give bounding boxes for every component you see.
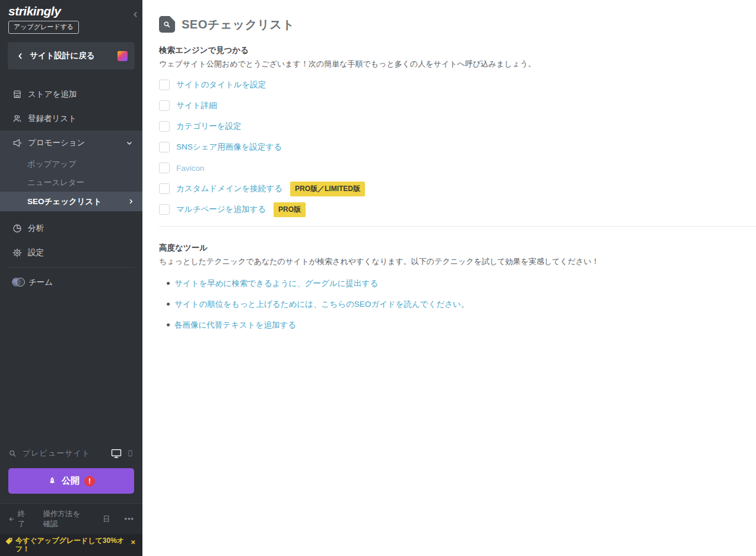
chevron-right-icon: [128, 198, 134, 205]
gear-icon: [12, 247, 23, 258]
checklist-row: サイト詳細: [159, 100, 756, 111]
sidebar-item-subscriber-list[interactable]: 登録者リスト: [0, 106, 142, 131]
publish-button[interactable]: 公開 !: [8, 468, 134, 494]
section-description: ウェブサイト公開おめでとうございます！次の簡単な手順でもっと多くの人をサイトへ呼…: [159, 59, 756, 69]
sidebar-item-seo-checklist[interactable]: SEOチェックリスト: [0, 192, 142, 211]
close-icon[interactable]: ×: [131, 539, 135, 545]
pro-limited-badge: PRO版／LIMITED版: [290, 182, 365, 196]
link-site-details[interactable]: サイト詳細: [176, 100, 217, 111]
arrow-left-icon: [8, 516, 15, 523]
more-options-button[interactable]: •••: [125, 515, 134, 523]
section-heading-advanced: 高度なツール: [159, 243, 756, 253]
chevron-left-icon: [17, 52, 24, 60]
pro-badge: PRO版: [274, 202, 306, 217]
sidebar-item-label: チーム: [28, 277, 53, 288]
checklist-row: SNSシェア用画像を設定する: [159, 142, 756, 152]
rocket-icon: [47, 476, 57, 486]
bullet-icon: [167, 282, 170, 285]
advanced-tips-list: サイトを早めに検索できるように、グーグルに提出する サイトの順位をもっと上げるた…: [159, 278, 756, 330]
checkbox-site-details[interactable]: [159, 100, 170, 111]
publish-label: 公開: [62, 475, 80, 487]
promotion-group: プロモーション ポップアップ ニュースレター SEOチェックリスト: [0, 131, 142, 211]
price-tag-icon: [5, 537, 13, 553]
seo-checklist: サイトのタイトルを設定 サイト詳細 カテゴリーを設定 SNSシェア用画像を設定す…: [159, 80, 756, 215]
sub-item-label: ポップアップ: [27, 159, 77, 170]
link-set-site-title[interactable]: サイトのタイトルを設定: [176, 80, 266, 90]
sidebar-divider: [7, 267, 135, 268]
sidebar-item-label: 設定: [28, 247, 44, 258]
desktop-preview-icon[interactable]: [110, 447, 123, 459]
link-seo-guide[interactable]: サイトの順位をもっと上げるためには、こちらのSEOガイドを読んでください。: [174, 299, 469, 310]
strikingly-logo: strikingly: [8, 4, 135, 18]
page-title: SEOチェックリスト: [182, 17, 295, 33]
bullet-icon: [167, 303, 170, 306]
publish-alert-icon: !: [84, 476, 95, 487]
checkbox-multi-page[interactable]: [159, 204, 170, 215]
preview-site-label: プレビューサイト: [23, 448, 90, 459]
section-description: ちょっとしたテクニックであなたのサイトが検索されやすくなります。以下のテクニック…: [159, 256, 756, 267]
language-button[interactable]: 日: [103, 514, 110, 525]
exit-label: 終了: [18, 509, 30, 529]
link-alt-text[interactable]: 各画像に代替テキストを追加する: [174, 320, 296, 331]
sidebar-item-team[interactable]: チーム: [0, 270, 142, 294]
chevron-down-icon: [126, 139, 133, 147]
pie-chart-icon: [12, 223, 23, 234]
bullet-icon: [167, 323, 170, 326]
link-custom-domain[interactable]: カスタムドメインを接続する: [176, 183, 282, 194]
sub-item-label: SEOチェックリスト: [27, 196, 101, 207]
logo-area: strikingly アップグレードする: [0, 0, 142, 37]
list-item: 各画像に代替テキストを追加する: [159, 320, 756, 330]
link-set-category[interactable]: カテゴリーを設定: [176, 121, 242, 132]
sidebar-item-popup[interactable]: ポップアップ: [0, 155, 142, 173]
exit-button[interactable]: 終了: [8, 509, 30, 529]
checkbox-custom-domain[interactable]: [159, 183, 170, 194]
link-favicon[interactable]: Favicon: [176, 164, 204, 173]
store-icon: [12, 89, 23, 100]
section-divider: [159, 226, 756, 227]
megaphone-icon: [12, 138, 23, 148]
app-window: strikingly アップグレードする サイト設計に戻る ストアを追加: [0, 0, 756, 556]
checklist-row: Favicon: [159, 163, 756, 173]
collapse-sidebar-icon[interactable]: [132, 11, 139, 18]
sidebar-item-settings[interactable]: 設定: [0, 240, 142, 265]
main-content: SEOチェックリスト 検索エンジンで見つかる ウェブサイト公開おめでとうございま…: [142, 0, 756, 556]
users-icon: [12, 113, 23, 124]
mobile-preview-icon[interactable]: [126, 448, 134, 459]
link-submit-to-google[interactable]: サイトを早めに検索できるように、グーグルに提出する: [174, 278, 378, 289]
back-button-label: サイト設計に戻る: [30, 50, 95, 61]
seo-page-icon: [159, 16, 175, 33]
sub-item-label: ニュースレター: [27, 177, 84, 188]
search-icon: [8, 449, 17, 458]
checkbox-favicon[interactable]: [159, 163, 170, 173]
sidebar-item-analytics[interactable]: 分析: [0, 216, 142, 240]
upgrade-button[interactable]: アップグレードする: [8, 21, 79, 34]
checklist-row: マルチページを追加する PRO版: [159, 204, 756, 215]
link-multi-page[interactable]: マルチページを追加する: [176, 204, 266, 215]
sidebar-item-promotion[interactable]: プロモーション: [0, 131, 142, 155]
sidebar: strikingly アップグレードする サイト設計に戻る ストアを追加: [0, 0, 142, 556]
preview-site-search[interactable]: プレビューサイト: [8, 444, 134, 462]
site-thumbnail-icon: [117, 51, 128, 61]
checklist-row: カスタムドメインを接続する PRO版／LIMITED版: [159, 183, 756, 194]
sidebar-nav: ストアを追加 登録者リスト プロモーション: [0, 82, 142, 294]
sidebar-item-label: 登録者リスト: [28, 113, 77, 124]
team-avatars-icon: [12, 277, 24, 288]
upgrade-discount-banner[interactable]: 今すぐアップグレードして30%オフ！ ×: [0, 534, 142, 556]
back-to-site-editor-button[interactable]: サイト設計に戻る: [8, 42, 135, 69]
sidebar-item-add-store[interactable]: ストアを追加: [0, 82, 142, 106]
link-sns-share-image[interactable]: SNSシェア用画像を設定する: [176, 142, 282, 152]
sidebar-item-newsletter[interactable]: ニュースレター: [0, 173, 142, 192]
checkbox-sns-share-image[interactable]: [159, 142, 170, 152]
help-button[interactable]: 操作方法を確認: [43, 509, 88, 529]
sidebar-item-label: プロモーション: [28, 138, 85, 148]
checkbox-category[interactable]: [159, 121, 170, 132]
checklist-row: カテゴリーを設定: [159, 121, 756, 132]
sidebar-item-label: ストアを追加: [28, 89, 77, 100]
banner-text: 今すぐアップグレードして30%オフ！: [15, 536, 127, 553]
checklist-row: サイトのタイトルを設定: [159, 80, 756, 90]
checkbox-site-title[interactable]: [159, 80, 170, 90]
list-item: サイトを早めに検索できるように、グーグルに提出する: [159, 278, 756, 288]
sidebar-item-label: 分析: [28, 223, 44, 234]
sidebar-footer: 終了 操作方法を確認 日 •••: [0, 503, 142, 534]
list-item: サイトの順位をもっと上げるためには、こちらのSEOガイドを読んでください。: [159, 299, 756, 309]
